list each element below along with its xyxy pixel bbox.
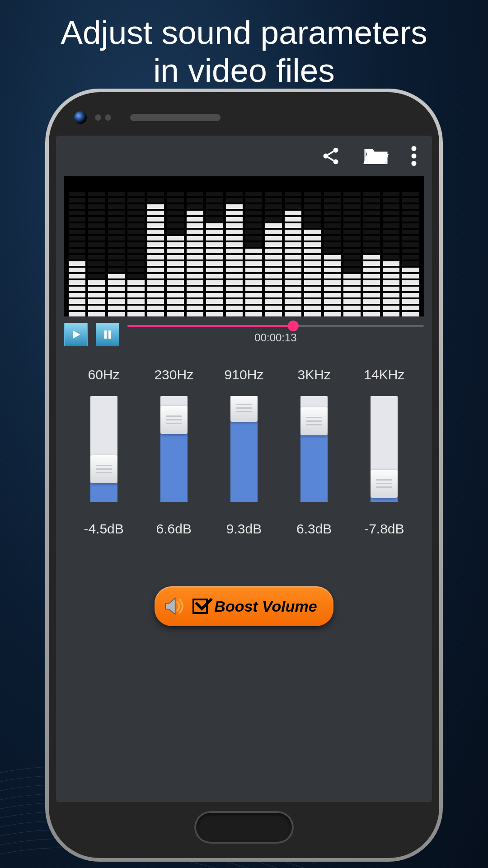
eq-freq-label: 910Hz	[225, 367, 264, 382]
eq-slider-thumb[interactable]	[371, 470, 398, 498]
svg-point-1	[324, 154, 328, 159]
share-icon[interactable]	[321, 146, 341, 166]
phone-proximity-dots	[95, 114, 111, 121]
svg-point-4	[412, 154, 417, 159]
equalizer: 60Hz-4.5dB230Hz6.6dB910Hz9.3dB3KHz6.3dB1…	[56, 346, 432, 537]
svg-point-5	[412, 161, 417, 166]
eq-db-label: 6.6dB	[156, 521, 192, 537]
svg-rect-6	[104, 330, 107, 339]
headline-line1: Adjust sound parameters	[61, 14, 427, 51]
eq-db-label: 6.3dB	[296, 521, 332, 537]
eq-slider[interactable]	[160, 396, 188, 502]
phone-earpiece	[130, 114, 221, 121]
eq-slider[interactable]	[230, 396, 258, 502]
eq-slider-thumb[interactable]	[300, 407, 328, 435]
seek-slider[interactable]: 00:00:13	[127, 325, 424, 344]
eq-band-2: 910Hz9.3dB	[217, 367, 271, 537]
eq-freq-label: 3KHz	[297, 367, 330, 382]
svg-point-2	[333, 159, 338, 164]
eq-slider-thumb[interactable]	[90, 455, 117, 483]
app-bar	[56, 136, 432, 176]
eq-band-3: 3KHz6.3dB	[287, 367, 341, 537]
boost-volume-button[interactable]: Boost Volume	[155, 586, 333, 626]
eq-freq-label: 14KHz	[364, 367, 404, 382]
eq-slider[interactable]	[90, 396, 117, 502]
audio-visualizer	[64, 176, 424, 316]
eq-slider-thumb[interactable]	[160, 406, 188, 434]
headline: Adjust sound parameters in video files	[0, 0, 488, 90]
phone-sensor-bar	[56, 106, 432, 136]
speaker-icon	[163, 594, 186, 618]
eq-slider[interactable]	[371, 396, 398, 502]
eq-band-0: 60Hz-4.5dB	[77, 367, 131, 537]
phone-camera	[74, 111, 87, 124]
phone-frame: 00:00:13 60Hz-4.5dB230Hz6.6dB910Hz9.3dB3…	[45, 89, 443, 862]
phone-home-button	[194, 811, 294, 844]
eq-slider[interactable]	[300, 396, 328, 502]
svg-point-0	[333, 148, 338, 153]
more-vertical-icon[interactable]	[411, 146, 417, 166]
play-button[interactable]	[64, 323, 88, 346]
eq-freq-label: 60Hz	[88, 367, 120, 382]
headline-line2: in video files	[153, 52, 335, 89]
eq-db-label: -4.5dB	[84, 521, 123, 537]
eq-slider-thumb[interactable]	[230, 396, 258, 422]
svg-rect-7	[108, 330, 111, 339]
phone-bezel: 00:00:13 60Hz-4.5dB230Hz6.6dB910Hz9.3dB3…	[49, 92, 439, 858]
eq-band-1: 230Hz6.6dB	[147, 367, 201, 537]
pause-button[interactable]	[96, 323, 119, 346]
timecode: 00:00:13	[127, 331, 424, 344]
transport-row: 00:00:13	[56, 316, 432, 346]
folder-open-icon[interactable]	[363, 146, 389, 166]
eq-freq-label: 230Hz	[154, 367, 193, 382]
boost-label: Boost Volume	[214, 598, 317, 615]
app-screen: 00:00:13 60Hz-4.5dB230Hz6.6dB910Hz9.3dB3…	[56, 136, 432, 802]
boost-checkbox-icon	[192, 599, 208, 614]
eq-db-label: 9.3dB	[226, 521, 262, 537]
svg-point-3	[412, 146, 417, 151]
eq-band-4: 14KHz-7.8dB	[357, 367, 411, 537]
eq-db-label: -7.8dB	[364, 521, 404, 537]
